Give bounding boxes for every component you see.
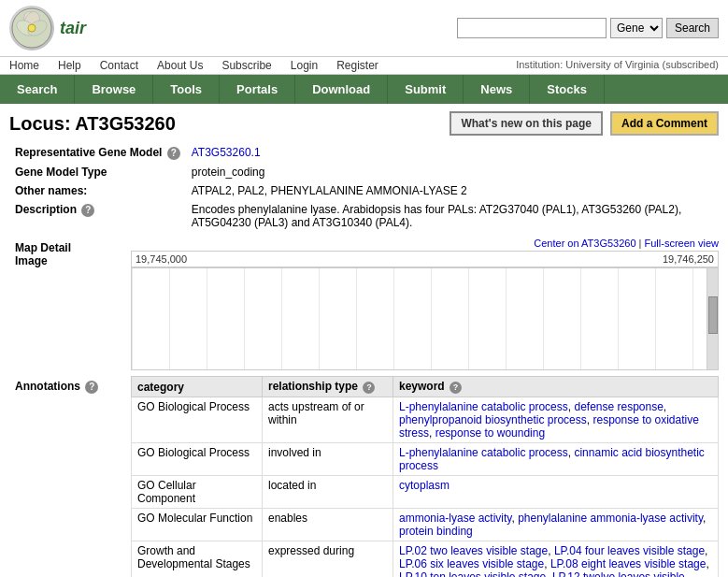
rep-gene-model-label: Representative Gene Model ?	[9, 143, 186, 163]
nav-download[interactable]: Download	[295, 75, 388, 104]
annotations-section: Annotations ? category relationship type…	[9, 376, 719, 577]
nav-stocks[interactable]: Stocks	[530, 75, 605, 104]
anno-row: GO Biological Processacts upstream of or…	[132, 397, 719, 443]
anno-row: GO Cellular Componentlocated incytoplasm	[132, 476, 719, 509]
search-button[interactable]: Search	[666, 18, 719, 38]
main-nav: Search Browse Tools Portals Download Sub…	[0, 75, 728, 104]
annotations-label: Annotations ?	[9, 376, 131, 577]
anno-keyword-link[interactable]: protein binding	[399, 525, 473, 538]
search-input[interactable]	[457, 18, 607, 38]
annotations-table: category relationship type ? keyword ? G…	[131, 376, 719, 577]
map-scrollbar[interactable]	[707, 268, 718, 369]
title-row: Locus: AT3G53260 What's new on this page…	[9, 111, 719, 136]
anno-keyword: L-phenylalanine catabolic process, defen…	[393, 397, 719, 443]
anno-rel-type: acts upstream of or within	[263, 397, 393, 443]
top-nav-register[interactable]: Register	[336, 59, 378, 72]
top-nav-login[interactable]: Login	[291, 59, 318, 72]
annotations-help-icon[interactable]: ?	[85, 381, 98, 394]
institution-label: Institution: University of Virginia (sub…	[516, 59, 719, 72]
anno-rel-type: located in	[263, 476, 393, 509]
nav-portals[interactable]: Portals	[220, 75, 295, 104]
fullscreen-map-link[interactable]: Full-screen view	[645, 238, 719, 249]
page-content: Locus: AT3G53260 What's new on this page…	[0, 104, 728, 577]
other-names-value: ATPAL2, PAL2, PHENYLALANINE AMMONIA-LYAS…	[186, 181, 719, 200]
anno-header-keyword: keyword ?	[393, 377, 719, 397]
anno-category: GO Biological Process	[132, 397, 263, 443]
map-ruler-right: 19,746,250	[663, 253, 714, 265]
other-names-row: Other names: ATPAL2, PAL2, PHENYLALANINE…	[9, 181, 719, 200]
top-nav-home[interactable]: Home	[9, 59, 39, 72]
anno-keyword-link[interactable]: LP.04 four leaves visible stage	[554, 544, 705, 557]
nav-news[interactable]: News	[464, 75, 530, 104]
keyword-help-icon[interactable]: ?	[450, 382, 462, 394]
description-label: Description ?	[9, 200, 186, 232]
nav-tools[interactable]: Tools	[153, 75, 220, 104]
rep-gene-model-row: Representative Gene Model ? AT3G53260.1	[9, 143, 719, 163]
anno-header-row: category relationship type ? keyword ?	[132, 377, 719, 397]
anno-keyword-link[interactable]: LP.06 six leaves visible stage	[399, 557, 544, 570]
map-section: Map DetailImage Center on AT3G53260 | Fu…	[9, 238, 719, 370]
description-row: Description ? Encodes phenylalanine lyas…	[9, 200, 719, 232]
description-value: Encodes phenylalanine lyase. Arabidopsis…	[186, 200, 719, 232]
map-content: Center on AT3G53260 | Full-screen view 1…	[131, 238, 719, 370]
anno-rel-type: involved in	[263, 443, 393, 476]
center-map-link[interactable]: Center on AT3G53260	[534, 238, 635, 249]
gene-type-select[interactable]: Gene	[610, 18, 663, 38]
top-nav-contact[interactable]: Contact	[100, 59, 138, 72]
gene-model-type-value: protein_coding	[186, 163, 719, 181]
nav-submit[interactable]: Submit	[388, 75, 464, 104]
nav-browse[interactable]: Browse	[75, 75, 153, 104]
rel-type-help-icon[interactable]: ?	[363, 382, 375, 394]
rep-gene-model-help-icon[interactable]: ?	[167, 147, 180, 160]
logo-icon	[9, 6, 54, 50]
top-nav-subscribe[interactable]: Subscribe	[221, 59, 271, 72]
nav-search[interactable]: Search	[0, 75, 75, 104]
map-grid	[132, 268, 707, 369]
anno-table-body: GO Biological Processacts upstream of or…	[132, 397, 719, 578]
anno-keyword-link[interactable]: response to wounding	[435, 426, 545, 440]
anno-keyword-link[interactable]: phenylalanine ammonia-lyase activity	[518, 512, 703, 525]
header: tair Gene Search	[0, 0, 728, 57]
logo-area: tair	[9, 6, 86, 50]
description-help-icon[interactable]: ?	[81, 204, 94, 217]
anno-keyword-link[interactable]: LP.10 ten leaves visible stage	[399, 570, 546, 577]
anno-keyword-link[interactable]: LP.08 eight leaves visible stage	[550, 557, 707, 570]
anno-category: GO Cellular Component	[132, 476, 263, 509]
top-nav-about[interactable]: About Us	[157, 59, 203, 72]
map-ruler: 19,745,000 19,746,250	[131, 251, 719, 267]
anno-header-rel-type: relationship type ?	[263, 377, 393, 397]
top-nav-help[interactable]: Help	[58, 59, 81, 72]
map-links: Center on AT3G53260 | Full-screen view	[131, 238, 719, 249]
anno-keyword-link[interactable]: L-phenylalanine catabolic process	[399, 400, 568, 413]
anno-keyword-link[interactable]: defense response	[574, 400, 663, 413]
rep-gene-model-link[interactable]: AT3G53260.1	[192, 146, 261, 159]
anno-category: GO Molecular Function	[132, 509, 263, 541]
title-actions: What's new on this page Add a Comment	[450, 111, 719, 136]
anno-category: GO Biological Process	[132, 443, 263, 476]
add-comment-button[interactable]: Add a Comment	[610, 111, 719, 136]
anno-keyword: L-phenylalanine catabolic process, cinna…	[393, 443, 719, 476]
map-image	[131, 267, 719, 370]
anno-rel-type: enables	[263, 509, 393, 541]
anno-keyword-link[interactable]: ammonia-lyase activity	[399, 512, 511, 525]
map-scrollbar-thumb[interactable]	[708, 296, 718, 334]
anno-keyword-link[interactable]: L-phenylalanine catabolic process	[399, 446, 568, 459]
anno-keyword-link[interactable]: LP.02 two leaves visible stage	[399, 544, 548, 557]
rep-gene-model-value: AT3G53260.1	[186, 143, 719, 163]
anno-keyword-link[interactable]: cytoplasm	[399, 479, 450, 492]
other-names-label: Other names:	[9, 181, 186, 200]
gene-model-type-row: Gene Model Type protein_coding	[9, 163, 719, 181]
svg-point-5	[28, 24, 36, 32]
anno-row: GO Molecular Functionenablesammonia-lyas…	[132, 509, 719, 541]
anno-category: Growth and Developmental Stages	[132, 541, 263, 578]
anno-keyword: LP.02 two leaves visible stage, LP.04 fo…	[393, 541, 719, 578]
map-label: Map DetailImage	[9, 238, 131, 370]
gene-model-type-label: Gene Model Type	[9, 163, 186, 181]
whats-new-button[interactable]: What's new on this page	[450, 111, 603, 136]
search-area: Gene Search	[457, 18, 719, 38]
anno-rel-type: expressed during	[263, 541, 393, 578]
locus-info-table: Representative Gene Model ? AT3G53260.1 …	[9, 143, 719, 232]
anno-keyword-link[interactable]: phenylpropanoid biosynthetic process	[399, 413, 587, 426]
top-nav: Home Help Contact About Us Subscribe Log…	[0, 57, 728, 75]
map-ruler-left: 19,745,000	[136, 253, 187, 265]
